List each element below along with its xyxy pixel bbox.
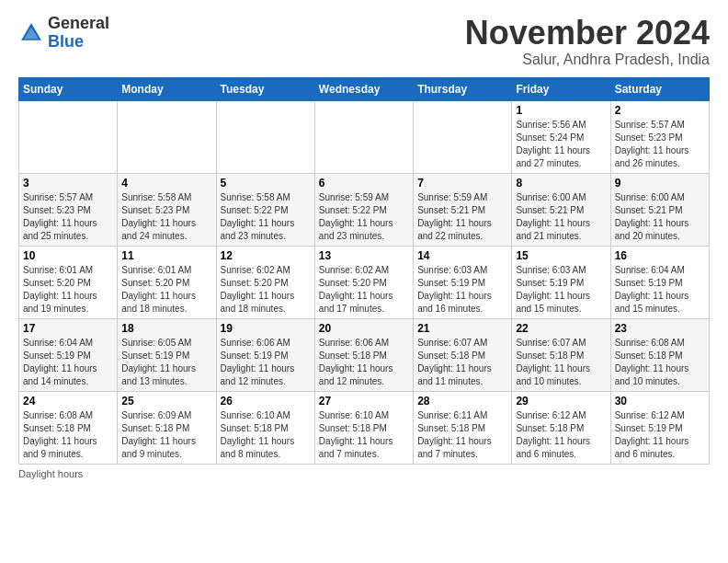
calendar-table: SundayMondayTuesdayWednesdayThursdayFrid… — [18, 77, 710, 465]
day-number: 16 — [615, 249, 705, 262]
calendar-cell: 19Sunrise: 6:06 AM Sunset: 5:19 PM Dayli… — [216, 318, 314, 391]
day-info: Sunrise: 5:57 AM Sunset: 5:23 PM Dayligh… — [615, 119, 705, 170]
calendar-cell: 2Sunrise: 5:57 AM Sunset: 5:23 PM Daylig… — [610, 100, 709, 173]
day-number: 9 — [615, 177, 705, 190]
calendar-cell: 25Sunrise: 6:09 AM Sunset: 5:18 PM Dayli… — [118, 391, 216, 464]
day-number: 12 — [221, 249, 311, 262]
day-number: 22 — [516, 322, 606, 335]
day-info: Sunrise: 6:02 AM Sunset: 5:20 PM Dayligh… — [221, 264, 311, 316]
month-title: November 2024 — [465, 15, 710, 52]
day-number: 21 — [417, 322, 507, 335]
day-number: 5 — [221, 177, 311, 190]
calendar-cell: 4Sunrise: 5:58 AM Sunset: 5:23 PM Daylig… — [118, 173, 216, 246]
calendar-cell: 28Sunrise: 6:11 AM Sunset: 5:18 PM Dayli… — [414, 391, 512, 464]
calendar-cell: 13Sunrise: 6:02 AM Sunset: 5:20 PM Dayli… — [314, 246, 413, 318]
calendar-week-2: 10Sunrise: 6:01 AM Sunset: 5:20 PM Dayli… — [19, 246, 710, 318]
day-number: 20 — [319, 322, 409, 335]
day-info: Sunrise: 6:11 AM Sunset: 5:18 PM Dayligh… — [417, 409, 507, 461]
calendar-cell — [216, 100, 314, 173]
day-info: Sunrise: 6:09 AM Sunset: 5:18 PM Dayligh… — [121, 409, 211, 461]
calendar-header-wednesday: Wednesday — [314, 77, 413, 100]
day-info: Sunrise: 6:10 AM Sunset: 5:18 PM Dayligh… — [319, 409, 409, 461]
calendar-cell: 20Sunrise: 6:06 AM Sunset: 5:18 PM Dayli… — [314, 318, 413, 391]
day-number: 23 — [615, 322, 705, 335]
day-number: 10 — [23, 249, 113, 262]
calendar-cell: 23Sunrise: 6:08 AM Sunset: 5:18 PM Dayli… — [610, 318, 709, 391]
page-container: General Blue November 2024 Salur, Andhra… — [0, 0, 728, 488]
calendar-cell: 10Sunrise: 6:01 AM Sunset: 5:20 PM Dayli… — [19, 246, 118, 318]
day-number: 19 — [221, 322, 311, 335]
logo-general-text: General — [48, 15, 109, 33]
day-number: 30 — [615, 395, 705, 408]
daylight-note: Daylight hours — [18, 468, 83, 479]
calendar-cell: 26Sunrise: 6:10 AM Sunset: 5:18 PM Dayli… — [216, 391, 314, 464]
day-info: Sunrise: 6:02 AM Sunset: 5:20 PM Dayligh… — [319, 264, 409, 316]
day-number: 1 — [516, 104, 606, 117]
calendar-cell — [414, 100, 512, 173]
calendar-week-4: 24Sunrise: 6:08 AM Sunset: 5:18 PM Dayli… — [19, 391, 710, 464]
calendar-cell: 7Sunrise: 5:59 AM Sunset: 5:21 PM Daylig… — [414, 173, 512, 246]
calendar-header-row: SundayMondayTuesdayWednesdayThursdayFrid… — [19, 77, 710, 100]
day-info: Sunrise: 5:58 AM Sunset: 5:22 PM Dayligh… — [221, 191, 311, 243]
calendar-cell: 12Sunrise: 6:02 AM Sunset: 5:20 PM Dayli… — [216, 246, 314, 318]
day-info: Sunrise: 6:04 AM Sunset: 5:19 PM Dayligh… — [23, 337, 113, 388]
calendar-cell: 21Sunrise: 6:07 AM Sunset: 5:18 PM Dayli… — [414, 318, 512, 391]
day-number: 25 — [121, 395, 211, 408]
calendar-header-sunday: Sunday — [19, 77, 118, 100]
day-info: Sunrise: 6:10 AM Sunset: 5:18 PM Dayligh… — [221, 409, 311, 461]
day-info: Sunrise: 6:00 AM Sunset: 5:21 PM Dayligh… — [516, 191, 606, 243]
location-subtitle: Salur, Andhra Pradesh, India — [465, 52, 710, 68]
day-info: Sunrise: 6:05 AM Sunset: 5:19 PM Dayligh… — [121, 337, 211, 388]
day-number: 2 — [615, 104, 705, 117]
day-info: Sunrise: 5:58 AM Sunset: 5:23 PM Dayligh… — [121, 191, 211, 243]
calendar-cell: 3Sunrise: 5:57 AM Sunset: 5:23 PM Daylig… — [19, 173, 118, 246]
calendar-cell: 11Sunrise: 6:01 AM Sunset: 5:20 PM Dayli… — [118, 246, 216, 318]
footer-note: Daylight hours — [18, 468, 710, 479]
day-info: Sunrise: 6:12 AM Sunset: 5:18 PM Dayligh… — [516, 409, 606, 461]
calendar-cell: 8Sunrise: 6:00 AM Sunset: 5:21 PM Daylig… — [512, 173, 610, 246]
day-info: Sunrise: 5:56 AM Sunset: 5:24 PM Dayligh… — [516, 119, 606, 170]
logo-text: General Blue — [48, 15, 109, 52]
day-info: Sunrise: 5:59 AM Sunset: 5:21 PM Dayligh… — [417, 191, 507, 243]
calendar-week-1: 3Sunrise: 5:57 AM Sunset: 5:23 PM Daylig… — [19, 173, 710, 246]
day-info: Sunrise: 6:03 AM Sunset: 5:19 PM Dayligh… — [516, 264, 606, 316]
calendar-header-saturday: Saturday — [610, 77, 709, 100]
day-number: 29 — [516, 395, 606, 408]
calendar-cell: 24Sunrise: 6:08 AM Sunset: 5:18 PM Dayli… — [19, 391, 118, 464]
day-number: 24 — [23, 395, 113, 408]
calendar-cell — [19, 100, 118, 173]
day-info: Sunrise: 6:12 AM Sunset: 5:19 PM Dayligh… — [615, 409, 705, 461]
calendar-cell: 27Sunrise: 6:10 AM Sunset: 5:18 PM Dayli… — [314, 391, 413, 464]
calendar-cell: 16Sunrise: 6:04 AM Sunset: 5:19 PM Dayli… — [610, 246, 709, 318]
day-info: Sunrise: 5:57 AM Sunset: 5:23 PM Dayligh… — [23, 191, 113, 243]
calendar-header-monday: Monday — [118, 77, 216, 100]
day-info: Sunrise: 6:00 AM Sunset: 5:21 PM Dayligh… — [615, 191, 705, 243]
day-info: Sunrise: 6:06 AM Sunset: 5:19 PM Dayligh… — [221, 337, 311, 388]
day-number: 28 — [417, 395, 507, 408]
calendar-cell: 18Sunrise: 6:05 AM Sunset: 5:19 PM Dayli… — [118, 318, 216, 391]
day-number: 18 — [121, 322, 211, 335]
day-number: 7 — [417, 177, 507, 190]
calendar-cell: 30Sunrise: 6:12 AM Sunset: 5:19 PM Dayli… — [610, 391, 709, 464]
calendar-header-friday: Friday — [512, 77, 610, 100]
calendar-cell: 22Sunrise: 6:07 AM Sunset: 5:18 PM Dayli… — [512, 318, 610, 391]
title-block: November 2024 Salur, Andhra Pradesh, Ind… — [465, 15, 710, 68]
day-info: Sunrise: 6:08 AM Sunset: 5:18 PM Dayligh… — [615, 337, 705, 388]
logo-blue-text: Blue — [48, 33, 109, 52]
calendar-cell: 9Sunrise: 6:00 AM Sunset: 5:21 PM Daylig… — [610, 173, 709, 246]
day-info: Sunrise: 6:04 AM Sunset: 5:19 PM Dayligh… — [615, 264, 705, 316]
day-info: Sunrise: 6:08 AM Sunset: 5:18 PM Dayligh… — [23, 409, 113, 461]
calendar-cell: 29Sunrise: 6:12 AM Sunset: 5:18 PM Dayli… — [512, 391, 610, 464]
day-number: 17 — [23, 322, 113, 335]
day-number: 15 — [516, 249, 606, 262]
calendar-cell: 15Sunrise: 6:03 AM Sunset: 5:19 PM Dayli… — [512, 246, 610, 318]
calendar-cell — [118, 100, 216, 173]
day-info: Sunrise: 5:59 AM Sunset: 5:22 PM Dayligh… — [319, 191, 409, 243]
day-info: Sunrise: 6:01 AM Sunset: 5:20 PM Dayligh… — [121, 264, 211, 316]
day-number: 3 — [23, 177, 113, 190]
day-number: 26 — [221, 395, 311, 408]
calendar-cell: 6Sunrise: 5:59 AM Sunset: 5:22 PM Daylig… — [314, 173, 413, 246]
day-info: Sunrise: 6:07 AM Sunset: 5:18 PM Dayligh… — [516, 337, 606, 388]
calendar-header-tuesday: Tuesday — [216, 77, 314, 100]
calendar-week-3: 17Sunrise: 6:04 AM Sunset: 5:19 PM Dayli… — [19, 318, 710, 391]
